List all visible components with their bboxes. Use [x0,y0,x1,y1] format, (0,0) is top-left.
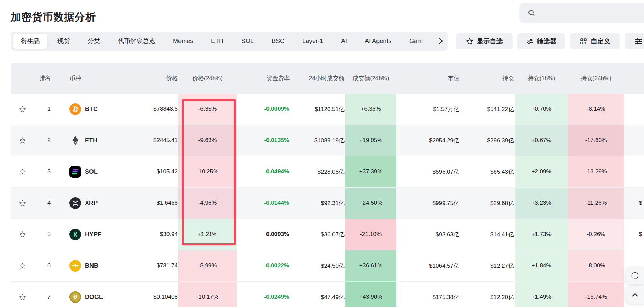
price-24h-pct-cell: -9.63% [178,125,237,156]
coin-cell[interactable]: Ɖ DOGE [51,282,134,307]
coin-symbol: BTC [85,106,98,113]
search-box[interactable] [519,3,644,23]
column-header-mcap[interactable]: 市值 [396,74,461,82]
open-interest-cell: $29.68亿 [461,188,515,219]
column-header-star [11,74,34,82]
toolbar-button-筛选器[interactable]: 筛选器 [517,33,565,49]
favorite-star-cell [11,282,34,307]
table-row[interactable]: 7 Ɖ DOGE $0.10408 -10.17% -0.0249% $47.4… [11,282,644,307]
market-cap-cell: $1064.57亿 [396,250,461,281]
search-input[interactable] [540,9,644,17]
toolbar-button-显示自选[interactable]: 显示自选 [456,33,513,49]
star-icon[interactable] [19,262,26,269]
tab-bar: 衍生品现货分类代币解锁总览MemesETHSOLBSCLayer-1AIAI A… [11,32,448,51]
table-row[interactable]: 3 SOL $105.42 -10.25% -0.0494% $228.08亿 … [11,156,644,188]
tab-1[interactable]: 衍生品 [13,34,47,49]
column-header-tail [624,74,644,82]
price-24h-pct-cell: -6.35% [178,94,237,125]
oi-1h-pct-cell: +1.73% [515,219,568,250]
coin-cell[interactable]: BNB [51,250,134,281]
open-interest-cell: $65.43亿 [461,156,515,187]
coin-icon: Ɖ [69,291,81,303]
coin-cell[interactable]: SOL [51,156,134,187]
column-header-vol[interactable]: 24小时成交额 [291,74,345,82]
open-interest-cell: $12.27亿 [461,250,515,281]
favorite-star-cell [11,94,34,125]
coin-icon [69,166,81,178]
grid-plus-icon [580,38,587,45]
volume-24h-pct-cell: +37.39% [345,156,396,187]
tab-4[interactable]: 代币解锁总览 [110,34,163,49]
table-row[interactable]: 2 ETH $2445.41 -9.63% -0.0135% $1089.19亿… [11,125,644,156]
table-row[interactable]: 6 BNB $781.74 -8.99% -0.0022% $24.50亿 +3… [11,250,644,282]
coin-cell[interactable]: ₿ BTC [51,94,134,125]
coin-cell[interactable]: XRP [51,188,134,219]
coin-cell[interactable]: HYPE [51,219,134,250]
volume-24h-pct-cell: +24.50% [345,188,396,219]
volume-24h-cell: $1120.51亿 [291,94,345,125]
column-header-funding[interactable]: 资金费率 [237,74,291,82]
page-title: 加密货币数据分析 [11,10,96,24]
rank-cell: 7 [34,282,51,307]
oi-1h-pct-cell: +3.23% [515,188,568,219]
column-header-coin[interactable]: 币种 [51,74,134,82]
open-interest-cell: $296.39亿 [461,125,515,156]
toolbar-button-columns[interactable] [625,33,644,49]
open-interest-cell: $14.41亿 [461,219,515,250]
coin-cell[interactable]: ETH [51,125,134,156]
volume-24h-cell: $228.08亿 [291,156,345,187]
tab-11[interactable]: AI Agents [357,34,399,49]
table-row[interactable]: 4 XRP $1.6468 -4.96% -0.0144% $92.31亿 +2… [11,188,644,219]
chevron-right-icon[interactable] [437,37,445,45]
oi-24h-pct-cell: -8.14% [568,94,624,125]
funding-rate-cell: -0.0494% [237,156,291,187]
star-icon[interactable] [19,200,26,207]
market-cap-cell: $596.07亿 [396,156,461,187]
column-header-rank[interactable]: 排名 [34,74,51,82]
column-header-oi24[interactable]: 持仓(24h%) [568,74,624,82]
column-header-vol24[interactable]: 成交额(24h%) [345,74,396,82]
oi-24h-pct-cell: -17.60% [568,125,624,156]
star-icon[interactable] [19,106,26,113]
market-cap-cell: $93.63亿 [396,219,461,250]
table-row[interactable]: 1 ₿ BTC $78848.5 -6.35% -0.0009% $1120.5… [11,94,644,125]
alert-badge-button[interactable] [626,267,644,284]
column-header-oi[interactable]: 持仓 [461,74,515,82]
tab-8[interactable]: BSC [264,34,292,49]
coin-symbol: SOL [85,168,98,176]
price-cell: $105.42 [134,156,178,187]
volume-24h-cell: $36.07亿 [291,219,345,250]
star-icon[interactable] [19,137,26,144]
tab-5[interactable]: Memes [165,34,201,49]
tab-7[interactable]: SOL [233,34,262,49]
table-row[interactable]: 5 HYPE $30.94 +1.21% 0.0093% $36.07亿 -21… [11,219,644,250]
tab-2[interactable]: 现货 [50,34,78,49]
volume-24h-cell: $92.31亿 [291,188,345,219]
funding-rate-cell: 0.0093% [237,219,291,250]
tab-6[interactable]: ETH [203,34,231,49]
oi-1h-pct-cell: +1.84% [515,250,568,281]
rank-cell: 6 [34,250,51,281]
column-header-p24[interactable]: 价格(24h%) [178,74,237,82]
tab-10[interactable]: AI [333,34,355,49]
price-cell: $1.6468 [134,188,178,219]
open-interest-cell: $12.20亿 [461,282,515,307]
column-header-price[interactable]: 价格 [134,74,178,82]
toolbar-button-自定义[interactable]: 自定义 [570,33,620,49]
column-header-oi1h[interactable]: 持仓(1h%) [515,74,568,82]
star-icon[interactable] [19,294,26,301]
overflow-clipped-cell: $ [624,219,644,250]
oi-1h-pct-cell: +2.09% [515,156,568,187]
price-cell: $781.74 [134,250,178,281]
overflow-clipped-cell [624,94,644,125]
funding-rate-cell: -0.0144% [237,188,291,219]
star-icon[interactable] [19,231,26,238]
scroll-to-top-button[interactable] [626,286,644,304]
oi-24h-pct-cell: -15.74% [568,282,624,307]
tab-3[interactable]: 分类 [80,34,108,49]
volume-24h-pct-cell: +6.36% [345,94,396,125]
coin-symbol: HYPE [85,231,102,238]
tab-9[interactable]: Layer-1 [294,34,331,49]
star-icon[interactable] [19,168,26,176]
favorite-star-cell [11,219,34,250]
